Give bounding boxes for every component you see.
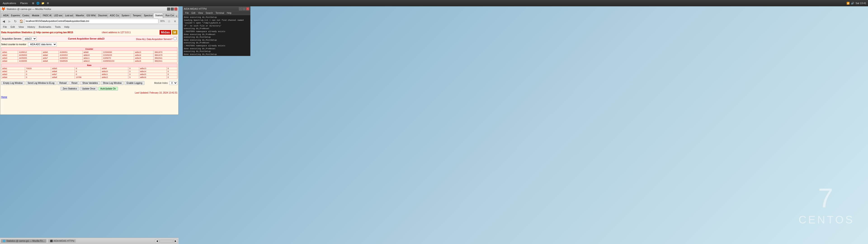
taskbar-app-icon-3[interactable]: 📁	[41, 2, 45, 5]
page-header: Data Acquisition Statistics @ http carme…	[1, 30, 178, 35]
enable-logging-btn[interactable]: Enable Logging	[125, 81, 145, 85]
update-once-btn[interactable]: Update Once	[80, 87, 97, 91]
rate-cell-aida10-val: 0	[128, 70, 139, 73]
firefox-menu-tools[interactable]: Tools	[53, 25, 63, 29]
counter-cell-aida5-val: 4189051	[59, 51, 83, 54]
taskbar-app-icon-2[interactable]: 🌐	[36, 2, 40, 5]
tab-fadc[interactable]: FADC Align...×	[41, 13, 52, 18]
show-all-checkbox[interactable]	[174, 37, 177, 40]
rate-cell-aida12-val: 0	[128, 76, 139, 79]
tab-runcontrol[interactable]: Run Contro...×	[163, 13, 174, 18]
reset-btn[interactable]: Reset	[69, 81, 79, 85]
firefox-icon: 🦊	[1, 7, 6, 11]
rate-cell-aida2-val: 0	[25, 70, 51, 73]
tab-lost-activity[interactable]: Lost activity×	[63, 13, 73, 18]
firefox-maximize-btn[interactable]: □	[170, 7, 174, 11]
firefox-close-btn[interactable]: ×	[174, 7, 178, 11]
midas-menu-help[interactable]: Help	[225, 11, 233, 14]
forward-btn[interactable]: ▶	[7, 19, 12, 24]
log-line-13: done executing do_PostSetup	[184, 53, 249, 56]
empty-log-btn[interactable]: Empty Log Window	[1, 81, 25, 85]
send-log-btn[interactable]: Send Log Window to ELog	[26, 81, 56, 85]
scrollbar-thumb[interactable]	[160, 240, 173, 242]
home-link[interactable]: Home	[1, 96, 7, 98]
firefox-menu-bookmarks[interactable]: Bookmarks	[37, 25, 53, 29]
tab-gsi[interactable]: GSI White R...×	[85, 13, 96, 18]
taskbar-applications[interactable]: Applications	[1, 1, 18, 5]
tab-led[interactable]: LED and W...×	[52, 13, 63, 18]
acq-server-select[interactable]: aida13	[23, 37, 37, 41]
taskbar-clock[interactable]: Sat 13:41	[856, 2, 866, 4]
tab-led-label: LED and W...	[54, 14, 63, 17]
rate-table: Rate aida1 70025 aida5 0 aida9 0 aida13 …	[1, 63, 178, 79]
rate-cell-aida10-label: aida10	[101, 70, 128, 73]
scroll-left-btn[interactable]: ◀	[155, 239, 159, 243]
counter-cell-aida1-label: aida1	[1, 51, 18, 54]
taskbar-midas-item[interactable]: ⬛ AIDA MIDAS HTTPd	[48, 239, 76, 243]
tab-experiment-label: Experiment ©	[11, 14, 20, 17]
tab-control-label: Control ©	[22, 14, 29, 17]
taskbar-firefox-item[interactable]: 🌐 Statistics @ carme-gsi — Mozilla Fir..…	[1, 239, 46, 243]
taskbar-app-icon-4[interactable]: ⚙	[46, 2, 50, 5]
taskbar-app-icon-1[interactable]: ⊞	[31, 2, 35, 5]
midas-menu-terminal[interactable]: Terminal	[214, 11, 225, 14]
counter-cell-aida12-label: aida12	[83, 60, 102, 63]
tab-waveform[interactable]: Waveform ©×	[74, 13, 84, 18]
menu-btn[interactable]: ≡	[173, 19, 178, 24]
midas-menu-file[interactable]: File	[184, 11, 190, 14]
zero-stats-btn[interactable]: Zero Statistics	[61, 87, 79, 91]
firefox-minimize-btn[interactable]: −	[167, 7, 170, 11]
rate-cell-aida11-val: 0	[128, 73, 139, 76]
rate-row-3: aida3 0 aida7 0 aida11 0 aida15 0	[1, 73, 178, 76]
firefox-menubar: File Edit View History Bookmarks Tools H…	[0, 25, 178, 29]
reload-page-btn[interactable]: Reload	[57, 81, 69, 85]
bookmark-btn[interactable]: ☆	[166, 19, 172, 24]
midas-close-btn[interactable]: ×	[246, 7, 249, 10]
tab-aida[interactable]: AIDA×	[1, 13, 8, 18]
counter-cell-aida15-val: 3862041	[153, 57, 178, 60]
tab-syswide[interactable]: System wid...×	[120, 13, 130, 18]
log-line-8: done executing do_PostSetup	[184, 39, 249, 42]
tab-syswide-label: System wid...	[122, 14, 130, 17]
log-line-2: loading Spectrum.tcl > can not find chan…	[184, 19, 249, 25]
midas-maximize-btn[interactable]: □	[243, 7, 246, 10]
tab-module-se[interactable]: Module Se...×	[30, 13, 40, 18]
counter-cell-aida2-label: aida2	[1, 54, 18, 57]
taskbar-places[interactable]: Places	[18, 1, 29, 5]
show-vars-btn[interactable]: Show Variables	[80, 81, 100, 85]
auto-update-btn[interactable]: AutoUpdate On	[98, 87, 118, 91]
counter-cell-aida6-val: 4190053	[59, 54, 83, 57]
address-bar[interactable]	[25, 19, 158, 24]
taskbar-network-icon: 📶	[846, 2, 850, 5]
counter-cell-aida9-label: aida9	[83, 51, 102, 54]
back-btn[interactable]: ◀	[1, 19, 6, 24]
firefox-menu-history[interactable]: History	[26, 25, 37, 29]
new-tab-btn[interactable]: +	[176, 14, 178, 18]
reload-btn[interactable]: ↻	[13, 19, 18, 24]
counter-controls-row: Select counter to monitor AIDA ADC data …	[1, 42, 178, 46]
firefox-menu-edit[interactable]: Edit	[9, 25, 17, 29]
home-nav-btn[interactable]: 🏠	[19, 19, 24, 24]
rate-cell-aida4-label: aida4	[1, 76, 25, 79]
counter-select[interactable]: AIDA ADC data items	[28, 42, 57, 46]
tab-statistics[interactable]: Statistics ©×	[153, 13, 163, 18]
tab-lost-activity-label: Lost activity	[65, 14, 73, 17]
acq-servers-label: Acquisition Servers	[2, 37, 22, 40]
midas-menu-edit[interactable]: Edit	[190, 11, 197, 14]
firefox-menu-help[interactable]: Help	[62, 25, 71, 29]
tab-asic[interactable]: ASIC Contro...×	[108, 13, 119, 18]
midas-menu-view[interactable]: View	[197, 11, 204, 14]
midas-minimize-btn[interactable]: −	[239, 7, 242, 10]
midas-menu-search[interactable]: Search	[204, 11, 214, 14]
tab-temp[interactable]: Temperatur...×	[131, 13, 141, 18]
midas-titlebar: AIDA MIDAS HTTPd − □ ×	[183, 6, 250, 11]
tab-control[interactable]: Control ©×	[20, 13, 29, 18]
tab-spectrum[interactable]: Spectrum R...×	[142, 13, 153, 18]
module-index-select[interactable]: 0	[169, 81, 178, 85]
show-log-btn[interactable]: Show Log Window	[101, 81, 124, 85]
tab-experiment[interactable]: Experiment ©×	[9, 13, 20, 18]
tab-discrimin[interactable]: Discriminatio...×	[96, 13, 107, 18]
firefox-menu-view[interactable]: View	[17, 25, 26, 29]
firefox-menu-file[interactable]: File	[1, 25, 9, 29]
scroll-right-btn[interactable]: ▶	[174, 239, 178, 243]
